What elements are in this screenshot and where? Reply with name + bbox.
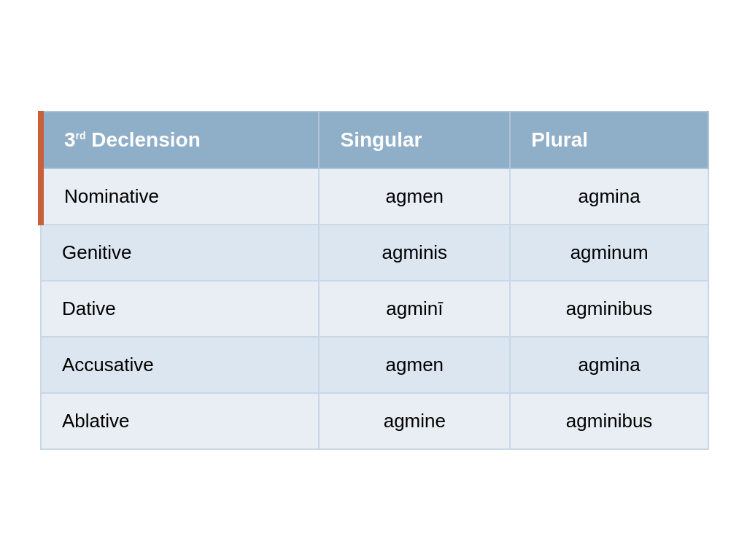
table-row: Dativeagminīagminibus [41,281,708,337]
header-plural: Plural [510,112,708,168]
cell-plural: agminibus [510,281,708,337]
cell-case: Ablative [41,393,319,449]
cell-case: Accusative [41,337,319,393]
cell-singular: agminī [319,281,510,337]
cell-singular: agmen [319,168,510,225]
header-declension: 3rd Declension [41,112,319,168]
declension-table: 3rd Declension Singular Plural Nominativ… [38,111,709,450]
table-row: Nominativeagmenagmina [41,168,708,225]
cell-case: Nominative [41,168,319,225]
table-row: Genitiveagminisagminum [41,225,708,281]
cell-singular: agmen [319,337,510,393]
cell-plural: agmina [510,337,708,393]
cell-singular: agmine [319,393,510,449]
cell-case: Dative [41,281,319,337]
cell-plural: agminum [510,225,708,281]
table-body: NominativeagmenagminaGenitiveagminisagmi… [41,168,708,449]
cell-case: Genitive [41,225,319,281]
header-col1-text: 3rd Declension [64,128,201,151]
cell-plural: agmina [510,168,708,225]
cell-plural: agminibus [510,393,708,449]
cell-singular: agminis [319,225,510,281]
header-singular: Singular [319,112,510,168]
table-row: Ablativeagmineagminibus [41,393,708,449]
declension-table-container: 3rd Declension Singular Plural Nominativ… [38,111,709,450]
table-header-row: 3rd Declension Singular Plural [41,112,708,168]
table-row: Accusativeagmenagmina [41,337,708,393]
